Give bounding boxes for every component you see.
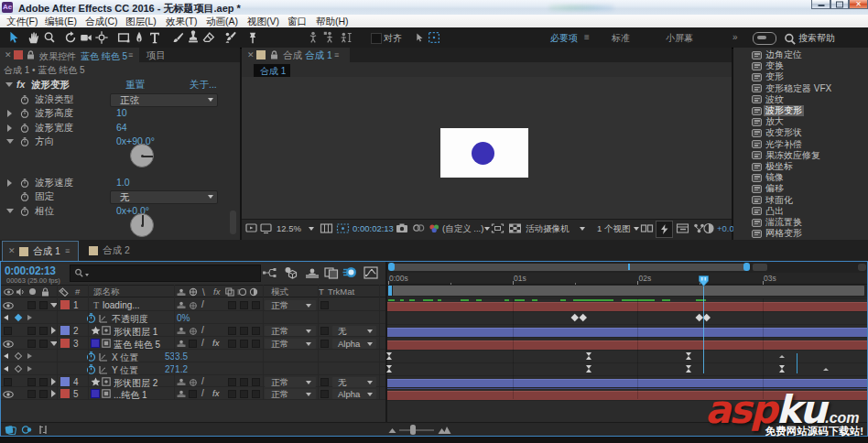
video-eye-icon[interactable] — [3, 391, 14, 398]
stopwatch-icon[interactable] — [20, 95, 29, 104]
workspace-overflow-chevron[interactable]: » — [732, 32, 738, 42]
menu-help[interactable]: 帮助(H) — [309, 15, 355, 27]
tab-effect-controls[interactable]: ✕ 效果控件 蓝色 纯色 5 ≡ — [0, 48, 139, 62]
pan-behind-tool[interactable] — [94, 29, 111, 46]
t-checkbox[interactable] — [320, 340, 329, 348]
motion-blur-cell[interactable] — [240, 390, 248, 398]
navigator-end-handle[interactable] — [743, 263, 750, 271]
help-search-label[interactable]: 搜索帮助 — [798, 32, 835, 45]
next-keyframe-arrow[interactable] — [27, 353, 32, 359]
wave-type-dropdown[interactable]: 正弦 — [110, 93, 218, 107]
roto-brush-tool[interactable] — [223, 29, 240, 46]
keyframe-indicator-off[interactable] — [15, 351, 22, 359]
pen-tool[interactable] — [132, 29, 148, 46]
expand-layer-icon[interactable] — [51, 378, 56, 385]
toggle-transfer-icon[interactable] — [21, 425, 33, 435]
zoom-tool[interactable] — [42, 29, 59, 46]
effect-item[interactable]: 边角定位 — [733, 49, 868, 60]
viewer-tab-comp1[interactable]: 合成 1 — [254, 64, 290, 77]
menu-edit[interactable]: 编辑(E) — [38, 15, 83, 27]
navigator-start-handle[interactable] — [388, 263, 395, 271]
zoom-slider-thumb[interactable] — [410, 425, 416, 435]
effect-item[interactable]: 网格变形 — [733, 228, 868, 239]
expand-icon[interactable] — [7, 179, 12, 187]
next-keyframe-arrow[interactable] — [27, 315, 32, 320]
shy-switch-icon[interactable] — [177, 340, 186, 348]
about-link[interactable]: 关于... — [190, 78, 217, 92]
channels-icon[interactable] — [428, 222, 440, 234]
effect-item[interactable]: 改变形状 — [733, 127, 868, 138]
pixel-aspect-icon[interactable] — [640, 222, 654, 234]
draft-3d-icon[interactable] — [283, 265, 298, 280]
shy-switch-icon[interactable] — [177, 378, 186, 386]
trkmat-dropdown[interactable]: 无 — [332, 326, 376, 336]
region-of-interest-icon[interactable] — [491, 222, 505, 234]
property-value[interactable]: 10 — [116, 106, 127, 121]
close-button[interactable]: ✕ — [849, 0, 868, 9]
prev-keyframe-arrow[interactable] — [4, 366, 8, 372]
keyframe-hourglass[interactable] — [386, 369, 392, 373]
quality-switch[interactable]: / — [201, 338, 204, 348]
phase-dial[interactable] — [130, 213, 154, 237]
menu-layer[interactable]: 图层(L) — [119, 15, 163, 27]
frame-blending-icon[interactable] — [324, 266, 339, 279]
layer-row[interactable]: 1Tloading.../正常 — [0, 298, 385, 311]
keyframe-hourglass[interactable] — [686, 369, 691, 373]
selection-tool[interactable] — [6, 29, 23, 46]
grid-guides-icon[interactable] — [320, 222, 333, 234]
effect-item[interactable]: 极坐标 — [733, 161, 868, 172]
effect-item[interactable]: 凸出 — [733, 206, 868, 217]
source-name-column[interactable]: 源名称 — [93, 286, 120, 298]
panel-menu-icon[interactable]: ≡ — [65, 246, 70, 255]
video-eye-icon[interactable] — [3, 302, 14, 309]
composition-viewer[interactable] — [242, 77, 732, 220]
effect-item[interactable]: 变换 — [733, 60, 868, 71]
layer-label-swatch[interactable] — [60, 300, 70, 309]
timeline-tab-comp1[interactable]: ✕ 合成 1 ≡ — [2, 241, 79, 261]
collapse-switch-icon[interactable] — [189, 301, 198, 310]
scrollbar-thumb[interactable] — [230, 211, 236, 234]
effect-item[interactable]: 变形 — [733, 71, 868, 82]
quality-switch[interactable]: / — [201, 388, 204, 398]
main-viewer-icon[interactable] — [260, 222, 273, 234]
puppet-pin-tool[interactable] — [245, 29, 262, 46]
collapse-switch-icon[interactable] — [189, 327, 198, 336]
mode-dropdown[interactable]: 正常 — [265, 300, 316, 310]
frame-blend-cell[interactable] — [228, 378, 236, 386]
shy-switch-icon[interactable] — [177, 390, 186, 398]
close-tab-icon[interactable]: ✕ — [247, 50, 255, 59]
stopwatch-icon[interactable] — [20, 137, 29, 146]
threed-cell[interactable] — [252, 378, 260, 386]
trkmat-dropdown[interactable]: Alpha — [332, 339, 376, 349]
direction-dial[interactable] — [130, 144, 154, 167]
motion-blur-cell[interactable] — [240, 301, 248, 309]
threed-cell[interactable] — [252, 340, 260, 348]
effect-item[interactable]: 变形稳定器 VFX — [733, 83, 868, 94]
fast-previews-button[interactable] — [656, 221, 673, 238]
workspace-standard[interactable]: 标准 — [612, 32, 630, 45]
solo-toggle[interactable] — [27, 301, 36, 309]
mode-dropdown[interactable]: 正常 — [265, 389, 316, 399]
prev-keyframe-arrow[interactable] — [4, 353, 8, 359]
effect-item-selected[interactable]: 波形变形 — [733, 105, 868, 116]
comp-timecode[interactable]: 0:00:02:13 — [353, 223, 394, 233]
frame-blend-cell[interactable] — [228, 327, 236, 335]
maximize-button[interactable] — [830, 0, 849, 9]
toggle-inout-icon[interactable] — [38, 425, 49, 435]
keyframe-indicator-off[interactable] — [15, 364, 22, 372]
graph-toggle-icon[interactable] — [99, 352, 108, 362]
menu-effect[interactable]: 效果(T) — [159, 15, 203, 27]
motion-blur-cell[interactable] — [240, 327, 248, 335]
menu-view[interactable]: 视图(V) — [241, 15, 286, 27]
text-tool[interactable] — [147, 29, 164, 46]
layer-name[interactable]: ...纯色 1 — [114, 389, 147, 402]
always-preview-icon[interactable] — [245, 222, 258, 234]
property-row[interactable]: Y 位置271.2 — [0, 362, 385, 375]
motion-blur-cell[interactable] — [240, 340, 248, 348]
expand-icon[interactable] — [7, 124, 12, 132]
timeline-button-icon[interactable] — [676, 222, 689, 234]
motion-blur-icon[interactable] — [342, 265, 357, 279]
threed-cell[interactable] — [252, 301, 260, 309]
work-area-bar[interactable] — [388, 286, 864, 296]
stopwatch-icon[interactable] — [20, 124, 29, 133]
